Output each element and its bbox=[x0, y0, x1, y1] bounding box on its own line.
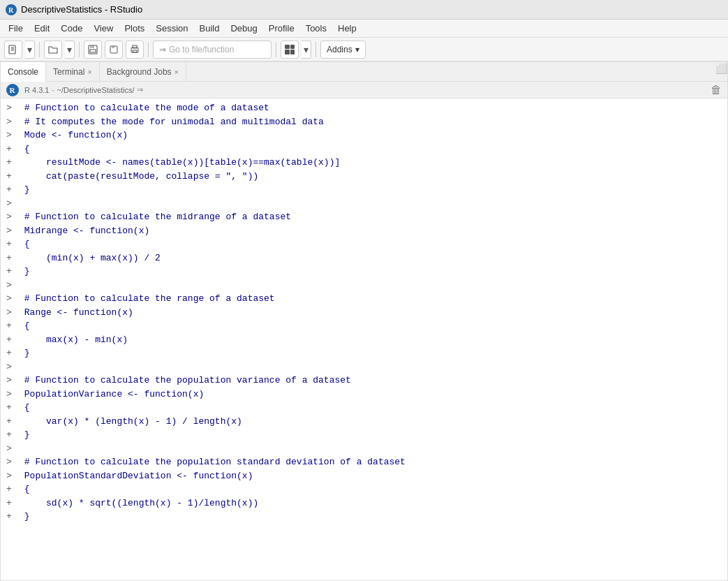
code-line: + resultMode <- names(table(x))[table(x)… bbox=[1, 156, 727, 170]
navigate-dir-icon[interactable]: ⇒ bbox=[137, 85, 143, 94]
menu-build[interactable]: Build bbox=[194, 22, 225, 35]
line-prompt: + bbox=[6, 319, 17, 333]
r-logo-status-icon: R bbox=[6, 84, 19, 96]
line-content: max(x) - min(x) bbox=[19, 333, 128, 347]
code-line: + { bbox=[1, 401, 727, 415]
code-line: + { bbox=[1, 142, 727, 156]
line-prompt: + bbox=[6, 510, 17, 524]
addins-chevron-icon: ▾ bbox=[355, 45, 359, 54]
toolbar: ▾ ▾ ⇒ Go to file/function bbox=[0, 38, 728, 61]
save-all-button[interactable] bbox=[105, 41, 123, 59]
line-prompt: + bbox=[6, 346, 17, 360]
menu-tools[interactable]: Tools bbox=[300, 22, 332, 35]
open-file-button[interactable] bbox=[44, 41, 62, 59]
line-content: } bbox=[19, 346, 30, 360]
save-all-icon bbox=[109, 45, 119, 54]
menu-help[interactable]: Help bbox=[332, 22, 362, 35]
svg-rect-2 bbox=[9, 45, 15, 54]
line-prompt: > bbox=[6, 101, 17, 115]
line-prompt: > bbox=[6, 292, 17, 306]
line-content: { bbox=[19, 237, 30, 251]
code-line: + { bbox=[1, 483, 727, 497]
line-prompt: > bbox=[6, 469, 17, 483]
tab-background-jobs-close[interactable]: × bbox=[174, 68, 179, 76]
line-content: # Function to calculate the range of a d… bbox=[19, 292, 275, 306]
code-line: + { bbox=[1, 319, 727, 333]
code-line: > PopulationStandardDeviation <- functio… bbox=[1, 469, 727, 483]
line-content: } bbox=[19, 428, 30, 442]
go-to-file-label: Go to file/function bbox=[169, 45, 234, 54]
console-panel: Console Terminal × Background Jobs × ⬜ R… bbox=[0, 61, 728, 581]
line-prompt: + bbox=[6, 251, 17, 265]
menu-view[interactable]: View bbox=[88, 22, 119, 35]
menu-profile[interactable]: Profile bbox=[263, 22, 300, 35]
line-content: } bbox=[19, 510, 30, 524]
code-line: + } bbox=[1, 346, 727, 360]
line-content: { bbox=[19, 142, 30, 156]
tab-console-label: Console bbox=[8, 67, 38, 77]
menu-code[interactable]: Code bbox=[55, 22, 88, 35]
tab-background-jobs[interactable]: Background Jobs × bbox=[100, 62, 186, 81]
new-file-dropdown[interactable]: ▾ bbox=[25, 41, 35, 59]
print-button[interactable] bbox=[126, 41, 144, 59]
code-line: > Range <- function(x) bbox=[1, 306, 727, 320]
clear-console-button[interactable]: 🗑 bbox=[711, 84, 722, 96]
line-content: PopulationVariance <- function(x) bbox=[19, 388, 204, 402]
line-content: # Function to calculate the population v… bbox=[19, 374, 351, 388]
line-prompt: > bbox=[6, 360, 17, 374]
line-prompt: > bbox=[6, 306, 17, 320]
tab-console[interactable]: Console bbox=[1, 62, 46, 82]
line-prompt: > bbox=[6, 455, 17, 469]
line-prompt: > bbox=[6, 388, 17, 402]
line-content: Range <- function(x) bbox=[19, 306, 133, 320]
menu-debug[interactable]: Debug bbox=[225, 22, 262, 35]
menu-session[interactable]: Session bbox=[150, 22, 193, 35]
line-prompt: + bbox=[6, 483, 17, 497]
titlebar: R DescriptiveStatistics - RStudio bbox=[0, 0, 728, 20]
new-file-button[interactable] bbox=[4, 41, 22, 59]
menu-edit[interactable]: Edit bbox=[29, 22, 55, 35]
code-line: + } bbox=[1, 265, 727, 279]
code-line: > bbox=[1, 279, 727, 293]
svg-rect-7 bbox=[90, 45, 94, 48]
line-prompt: > bbox=[6, 224, 17, 238]
maximize-panel-button[interactable]: ⬜ bbox=[715, 62, 727, 75]
code-line: + (min(x) + max(x)) / 2 bbox=[1, 251, 727, 265]
line-prompt: + bbox=[6, 265, 17, 279]
line-content: { bbox=[19, 319, 30, 333]
open-file-dropdown[interactable]: ▾ bbox=[65, 41, 75, 59]
working-dir-label: ~/DescriptiveStatistics/ bbox=[57, 86, 135, 94]
line-content: # It computes the mode for unimodal and … bbox=[19, 115, 324, 129]
line-content: cat(paste(resultMode, collapse = ", ")) bbox=[19, 170, 258, 184]
code-line: > bbox=[1, 360, 727, 374]
menu-plots[interactable]: Plots bbox=[119, 22, 150, 35]
line-prompt: + bbox=[6, 156, 17, 170]
status-separator: · bbox=[52, 86, 54, 94]
tab-terminal-label: Terminal bbox=[53, 67, 84, 77]
line-content: sd(x) * sqrt((length(x) - 1)/length(x)) bbox=[19, 497, 258, 510]
code-line: + var(x) * (length(x) - 1) / length(x) bbox=[1, 415, 727, 429]
grid-dropdown[interactable]: ▾ bbox=[302, 41, 311, 59]
code-line: + } bbox=[1, 183, 727, 197]
tab-terminal-close[interactable]: × bbox=[87, 68, 91, 76]
code-line: + max(x) - min(x) bbox=[1, 333, 727, 347]
svg-rect-13 bbox=[133, 50, 137, 52]
addins-button[interactable]: Addins ▾ bbox=[320, 41, 366, 59]
code-line: > # Function to calculate the midrange o… bbox=[1, 210, 727, 224]
grid-layout-button[interactable] bbox=[281, 41, 299, 59]
save-button[interactable] bbox=[84, 41, 102, 59]
addins-label: Addins bbox=[327, 45, 352, 54]
code-area[interactable]: > # Function to calculate the mode of a … bbox=[1, 98, 727, 580]
line-prompt: + bbox=[6, 237, 17, 251]
toolbar-separator-3 bbox=[148, 42, 149, 57]
line-prompt: + bbox=[6, 170, 17, 184]
line-content: { bbox=[19, 401, 30, 415]
print-icon bbox=[130, 45, 140, 54]
menu-file[interactable]: File bbox=[3, 22, 29, 35]
line-prompt: > bbox=[6, 374, 17, 388]
code-line: > # Function to calculate the range of a… bbox=[1, 292, 727, 306]
line-content: PopulationStandardDeviation <- function(… bbox=[19, 469, 253, 483]
tab-terminal[interactable]: Terminal × bbox=[46, 62, 100, 81]
go-to-file-button[interactable]: ⇒ Go to file/function bbox=[153, 41, 272, 59]
code-line: > PopulationVariance <- function(x) bbox=[1, 388, 727, 402]
